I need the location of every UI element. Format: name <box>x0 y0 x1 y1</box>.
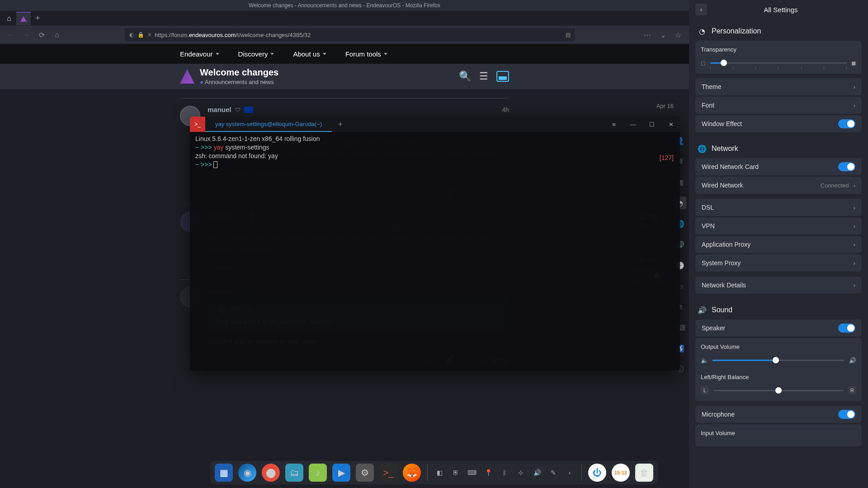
tray-edit-icon[interactable]: ✎ <box>548 467 559 478</box>
tab-strip: ⌂ + <box>0 11 689 26</box>
screenshot-icon[interactable]: ⬤ <box>262 464 280 482</box>
settings-icon[interactable]: ⚙ <box>356 464 374 482</box>
logo-icon[interactable] <box>180 69 194 84</box>
chevron-right-icon: › <box>854 182 855 189</box>
window-title: Welcome changes - Announcements and news… <box>249 2 440 9</box>
nav-forum-tools[interactable]: Forum tools <box>345 50 387 58</box>
topic-title[interactable]: Welcome changes <box>200 67 278 78</box>
speaker-toggle[interactable] <box>838 324 855 333</box>
compose-indicator-icon[interactable] <box>496 71 509 82</box>
tray-shield-icon[interactable]: ⛨ <box>450 467 461 478</box>
wired-card-toggle[interactable] <box>838 162 855 171</box>
section-sound: 🔊Sound Speaker Output Volume 🔈 🔊 Left/Ri… <box>689 298 868 454</box>
browser-toolbar: ← → ⟳ ⌂ ◐ 🔒 ≡ https://forum.endeavouros.… <box>0 26 689 44</box>
trash-icon[interactable]: 🗑 <box>635 464 653 482</box>
forum-header: Welcome changes Announcements and news 🔍… <box>0 64 689 89</box>
vpn-row[interactable]: VPN› <box>695 217 862 235</box>
tab-home[interactable]: ⌂ <box>2 12 16 25</box>
balance-left-icon: L <box>701 386 709 394</box>
wired-network-row[interactable]: Wired NetworkConnected› <box>695 177 862 194</box>
tray-app-icon[interactable]: ◧ <box>434 467 445 478</box>
terminal-dock-icon[interactable]: >_ <box>379 464 397 482</box>
bookmark-star-icon[interactable]: ☆ <box>672 28 684 41</box>
video-icon[interactable]: ▶ <box>332 464 350 482</box>
volume-high-icon: 🔊 <box>849 357 856 364</box>
post-time[interactable]: 4h <box>502 106 509 113</box>
maximize-button[interactable]: ☐ <box>643 117 661 132</box>
shield-icon: ◐ <box>129 32 134 38</box>
back-button[interactable]: ‹ <box>695 4 707 15</box>
terminal-output[interactable]: Linux 5.6.4-zen1-1-zen x86_64 rolling fu… <box>190 132 680 172</box>
window-effect-row: Window Effect <box>695 115 862 132</box>
music-icon[interactable]: ♪ <box>309 464 327 482</box>
nav-endeavour[interactable]: Endeavour <box>180 50 219 58</box>
font-row[interactable]: Font› <box>695 97 862 114</box>
section-network: 🌐Network Wired Network Card Wired Networ… <box>689 136 868 298</box>
nav-about[interactable]: About us <box>293 50 326 58</box>
home-button[interactable]: ⌂ <box>51 28 63 41</box>
terminal-menu-icon[interactable]: ≡ <box>605 117 623 132</box>
reload-button[interactable]: ⟳ <box>35 28 48 41</box>
tray-location-icon[interactable]: 📍 <box>483 467 494 478</box>
app-proxy-row[interactable]: Application Proxy› <box>695 236 862 253</box>
minimize-button[interactable]: — <box>624 117 642 132</box>
clock[interactable]: 15:12 <box>612 464 630 482</box>
search-icon[interactable]: 🔍 <box>459 70 471 82</box>
chevron-right-icon: › <box>854 223 855 230</box>
output-volume-slider[interactable]: 🔈 🔊 <box>701 355 856 366</box>
power-button[interactable]: ⏻ <box>588 464 606 482</box>
launcher-icon[interactable]: ▦ <box>215 464 233 482</box>
chevron-right-icon: › <box>854 241 855 248</box>
balance-right-icon: R <box>848 386 856 394</box>
tray-volume-icon[interactable]: 🔊 <box>532 467 542 478</box>
chevron-right-icon: › <box>854 204 855 211</box>
theme-row[interactable]: Theme› <box>695 78 862 95</box>
tray-usb-icon[interactable]: ⊹ <box>515 467 526 478</box>
tray-collapse-icon[interactable]: ‹ <box>564 467 575 478</box>
page-actions-button[interactable]: ⋯ <box>641 28 654 41</box>
firefox-icon[interactable]: 🦊 <box>403 464 421 482</box>
username[interactable]: manuel <box>208 106 231 113</box>
files-icon[interactable]: 🗂 <box>285 464 303 482</box>
dock-separator <box>581 465 582 481</box>
input-volume-card: Input Volume <box>695 424 862 446</box>
reader-icon[interactable]: ▤ <box>566 32 571 38</box>
terminal-tab[interactable]: yay system-settings@elloquin-Garuda(~) <box>205 117 332 132</box>
transparency-slider[interactable]: ◻ ◼ <box>701 57 856 68</box>
hamburger-icon[interactable]: ☰ <box>479 70 488 82</box>
window-titlebar: Welcome changes - Announcements and news… <box>0 0 689 11</box>
section-personalization: ◔Personalization Transparency ◻ ◼ Theme›… <box>689 19 868 136</box>
output-volume-card: Output Volume 🔈 🔊 Left/Right Balance L R <box>695 338 862 401</box>
deepin-icon[interactable]: ◉ <box>238 464 256 482</box>
tab-active[interactable] <box>16 12 31 25</box>
tray-bluetooth-icon[interactable]: ᛒ <box>499 467 510 478</box>
topic-category[interactable]: Announcements and news <box>200 79 278 85</box>
terminal-tabbar: >_ yay system-settings@elloquin-Garuda(~… <box>190 117 680 132</box>
network-section-icon: 🌐 <box>697 144 707 154</box>
dock-separator <box>427 465 428 481</box>
dsl-row[interactable]: DSL› <box>695 199 862 216</box>
opacity-min-icon: ◻ <box>701 60 706 66</box>
new-tab-button[interactable]: + <box>31 14 45 23</box>
microphone-toggle[interactable] <box>838 410 855 419</box>
window-effect-toggle[interactable] <box>838 119 855 128</box>
pocket-icon[interactable]: ⌄ <box>656 28 669 41</box>
timeline-top-date: Apr 16 <box>617 103 680 109</box>
terminal-window[interactable]: >_ yay system-settings@elloquin-Garuda(~… <box>190 117 680 371</box>
exit-code: [127] <box>660 154 674 162</box>
flag-eu-icon <box>244 107 253 113</box>
cursor <box>213 161 217 168</box>
chevron-right-icon: › <box>854 260 855 267</box>
network-details-row[interactable]: Network Details› <box>695 277 862 294</box>
url-bar[interactable]: ◐ 🔒 ≡ https://forum.endeavouros.com/t/we… <box>125 28 575 42</box>
speaker-row: Speaker <box>695 319 862 337</box>
close-button[interactable]: ✕ <box>662 117 680 132</box>
forward-button[interactable]: → <box>20 28 33 41</box>
nav-discovery[interactable]: Discovery <box>238 50 274 58</box>
tray-keyboard-icon[interactable]: ⌨ <box>467 467 477 478</box>
back-button[interactable]: ← <box>5 28 17 41</box>
terminal-new-tab[interactable]: + <box>332 120 349 128</box>
system-proxy-row[interactable]: System Proxy› <box>695 254 862 272</box>
personalization-section-icon: ◔ <box>697 26 707 36</box>
balance-slider[interactable]: L R <box>701 385 856 396</box>
